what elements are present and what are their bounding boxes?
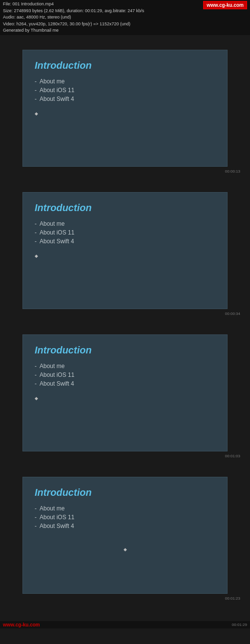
cursor-icon: ◆ <box>35 396 38 401</box>
file-info-line4: Video: h264, yuv420p, 1280x720, 30.00 fp… <box>3 21 144 28</box>
bottom-timestamp: 00:01:29 <box>232 623 247 627</box>
list-item: About me <box>35 363 215 370</box>
slide-4: Introduction About me About iOS 11 About… <box>22 477 228 594</box>
slide-section-3: Introduction About me About iOS 11 About… <box>10 334 240 451</box>
slide-section-4: Introduction About me About iOS 11 About… <box>10 477 240 594</box>
bottom-logo: www.cg-ku.com <box>3 622 40 627</box>
top-bar: File: 001 Introduction.mp4 Size: 2748993… <box>0 0 250 35</box>
slide-3-list: About me About iOS 11 About Swift 4 <box>35 363 215 387</box>
slide-1: Introduction About me About iOS 11 About… <box>22 50 228 167</box>
slide-3: Introduction About me About iOS 11 About… <box>22 334 228 451</box>
list-item: About iOS 11 <box>35 371 215 378</box>
list-item: About me <box>35 78 215 85</box>
file-info-line2: Size: 2748993 bytes (2.62 MiB), duration… <box>3 8 144 15</box>
slide-4-timestamp: 00:01:23 <box>225 596 240 601</box>
slide-2: Introduction About me About iOS 11 About… <box>22 192 228 309</box>
list-item: About Swift 4 <box>35 96 215 102</box>
main-content: Introduction About me About iOS 11 About… <box>0 35 250 613</box>
cursor-icon: ◆ <box>35 111 38 116</box>
bottom-bar: www.cg-ku.com 00:01:29 <box>0 621 250 628</box>
list-item: About iOS 11 <box>35 514 215 521</box>
slide-3-timestamp: 00:01:03 <box>225 454 240 458</box>
slide-2-title: Introduction <box>35 202 215 214</box>
list-item: About iOS 11 <box>35 229 215 236</box>
slide-section-2: Introduction About me About iOS 11 About… <box>10 192 240 309</box>
slide-3-title: Introduction <box>35 345 215 356</box>
list-item: About me <box>35 505 215 512</box>
list-item: About Swift 4 <box>35 523 215 529</box>
file-info: File: 001 Introduction.mp4 Size: 2748993… <box>3 1 144 34</box>
list-item: About Swift 4 <box>35 380 215 387</box>
slide-1-timestamp: 00:00:13 <box>225 169 240 174</box>
file-info-line3: Audio: aac, 48000 Hz, stereo (und) <box>3 14 144 21</box>
slide-2-list: About me About iOS 11 About Swift 4 <box>35 220 215 245</box>
file-info-line5: Generated by Thumbnail me <box>3 27 144 34</box>
slide-4-title: Introduction <box>35 487 215 498</box>
file-info-line1: File: 001 Introduction.mp4 <box>3 1 144 8</box>
list-item: About me <box>35 220 215 227</box>
slide-2-timestamp: 00:00:34 <box>225 312 240 316</box>
cursor-icon: ◆ <box>35 254 38 258</box>
list-item: About Swift 4 <box>35 238 215 245</box>
cursor-icon: ◆ <box>124 547 127 552</box>
slide-1-title: Introduction <box>35 60 215 71</box>
slide-4-list: About me About iOS 11 About Swift 4 <box>35 505 215 529</box>
top-logo: www.cg-ku.com <box>203 1 247 9</box>
slide-1-list: About me About iOS 11 About Swift 4 <box>35 78 215 102</box>
slide-section-1: Introduction About me About iOS 11 About… <box>10 50 240 167</box>
list-item: About iOS 11 <box>35 87 215 94</box>
